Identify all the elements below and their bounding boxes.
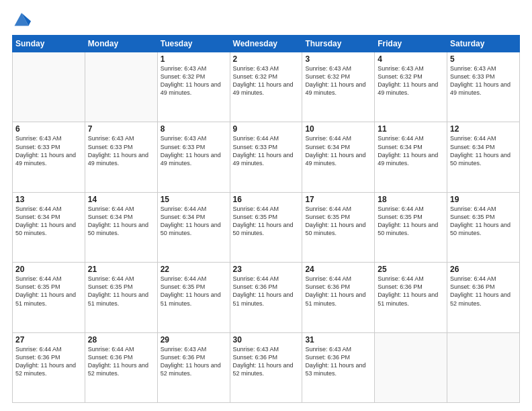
day-number: 28 [88, 335, 154, 345]
day-info: Sunrise: 6:44 AM Sunset: 6:35 PM Dayligh… [233, 205, 300, 238]
calendar-cell: 27Sunrise: 6:44 AM Sunset: 6:36 PM Dayli… [13, 332, 85, 402]
calendar-week-0: 1Sunrise: 6:43 AM Sunset: 6:32 PM Daylig… [13, 52, 520, 122]
calendar-cell: 26Sunrise: 6:44 AM Sunset: 6:36 PM Dayli… [447, 263, 520, 332]
day-number: 25 [378, 265, 444, 274]
calendar-cell: 2Sunrise: 6:43 AM Sunset: 6:32 PM Daylig… [230, 52, 302, 122]
weekday-header-tuesday: Tuesday [157, 36, 230, 52]
day-number: 3 [305, 54, 371, 64]
day-number: 20 [15, 265, 82, 274]
calendar-cell [85, 52, 157, 122]
day-info: Sunrise: 6:44 AM Sunset: 6:34 PM Dayligh… [88, 205, 154, 238]
weekday-header-sunday: Sunday [13, 36, 85, 52]
day-info: Sunrise: 6:43 AM Sunset: 6:33 PM Dayligh… [450, 64, 517, 97]
calendar-header: SundayMondayTuesdayWednesdayThursdayFrid… [13, 36, 520, 52]
day-info: Sunrise: 6:44 AM Sunset: 6:34 PM Dayligh… [15, 205, 82, 238]
day-info: Sunrise: 6:44 AM Sunset: 6:35 PM Dayligh… [450, 205, 517, 238]
calendar-week-1: 6Sunrise: 6:43 AM Sunset: 6:33 PM Daylig… [13, 122, 520, 192]
day-info: Sunrise: 6:44 AM Sunset: 6:36 PM Dayligh… [305, 275, 371, 308]
day-number: 29 [161, 335, 227, 345]
day-number: 26 [450, 265, 517, 274]
calendar-cell [13, 52, 85, 122]
calendar-cell: 28Sunrise: 6:44 AM Sunset: 6:36 PM Dayli… [85, 332, 157, 402]
day-number: 7 [88, 124, 154, 134]
calendar-cell: 5Sunrise: 6:43 AM Sunset: 6:33 PM Daylig… [447, 52, 520, 122]
logo [12, 12, 34, 28]
day-number: 4 [378, 54, 444, 64]
calendar-cell: 24Sunrise: 6:44 AM Sunset: 6:36 PM Dayli… [302, 263, 375, 332]
day-number: 9 [233, 124, 300, 134]
day-number: 11 [378, 124, 444, 134]
calendar-cell: 1Sunrise: 6:43 AM Sunset: 6:32 PM Daylig… [157, 52, 230, 122]
day-number: 18 [378, 195, 444, 204]
day-info: Sunrise: 6:44 AM Sunset: 6:34 PM Dayligh… [305, 134, 371, 167]
day-number: 12 [450, 124, 517, 134]
day-info: Sunrise: 6:44 AM Sunset: 6:34 PM Dayligh… [161, 205, 227, 238]
day-info: Sunrise: 6:44 AM Sunset: 6:34 PM Dayligh… [450, 134, 517, 167]
calendar-cell: 31Sunrise: 6:43 AM Sunset: 6:36 PM Dayli… [302, 332, 375, 402]
calendar-cell: 9Sunrise: 6:44 AM Sunset: 6:33 PM Daylig… [230, 122, 302, 192]
day-number: 27 [15, 335, 82, 345]
day-number: 1 [161, 54, 227, 64]
calendar-cell: 6Sunrise: 6:43 AM Sunset: 6:33 PM Daylig… [13, 122, 85, 192]
day-number: 19 [450, 195, 517, 204]
day-info: Sunrise: 6:44 AM Sunset: 6:35 PM Dayligh… [161, 275, 227, 308]
day-number: 10 [305, 124, 371, 134]
calendar-cell [375, 332, 447, 402]
calendar-cell: 7Sunrise: 6:43 AM Sunset: 6:33 PM Daylig… [85, 122, 157, 192]
day-info: Sunrise: 6:43 AM Sunset: 6:33 PM Dayligh… [15, 134, 82, 167]
day-number: 24 [305, 265, 371, 274]
day-number: 6 [15, 124, 82, 134]
calendar-table: SundayMondayTuesdayWednesdayThursdayFrid… [12, 35, 520, 403]
day-info: Sunrise: 6:44 AM Sunset: 6:35 PM Dayligh… [305, 205, 371, 238]
day-info: Sunrise: 6:44 AM Sunset: 6:35 PM Dayligh… [15, 275, 82, 308]
day-info: Sunrise: 6:44 AM Sunset: 6:34 PM Dayligh… [378, 134, 444, 167]
day-info: Sunrise: 6:43 AM Sunset: 6:36 PM Dayligh… [161, 345, 227, 378]
calendar-cell: 19Sunrise: 6:44 AM Sunset: 6:35 PM Dayli… [447, 192, 520, 262]
day-info: Sunrise: 6:43 AM Sunset: 6:33 PM Dayligh… [161, 134, 227, 167]
calendar-week-4: 27Sunrise: 6:44 AM Sunset: 6:36 PM Dayli… [13, 332, 520, 402]
calendar-cell: 11Sunrise: 6:44 AM Sunset: 6:34 PM Dayli… [375, 122, 447, 192]
calendar-cell: 12Sunrise: 6:44 AM Sunset: 6:34 PM Dayli… [447, 122, 520, 192]
weekday-header-friday: Friday [375, 36, 447, 52]
day-info: Sunrise: 6:44 AM Sunset: 6:36 PM Dayligh… [15, 345, 82, 378]
day-number: 5 [450, 54, 517, 64]
day-info: Sunrise: 6:44 AM Sunset: 6:36 PM Dayligh… [378, 275, 444, 308]
calendar-cell: 15Sunrise: 6:44 AM Sunset: 6:34 PM Dayli… [157, 192, 230, 262]
calendar-cell: 18Sunrise: 6:44 AM Sunset: 6:35 PM Dayli… [375, 192, 447, 262]
day-number: 21 [88, 265, 154, 274]
day-info: Sunrise: 6:43 AM Sunset: 6:32 PM Dayligh… [378, 64, 444, 97]
day-number: 16 [233, 195, 300, 204]
calendar-cell: 10Sunrise: 6:44 AM Sunset: 6:34 PM Dayli… [302, 122, 375, 192]
header [12, 12, 520, 28]
weekday-header-thursday: Thursday [302, 36, 375, 52]
logo-icon [12, 9, 31, 28]
day-number: 31 [305, 335, 371, 345]
day-number: 8 [161, 124, 227, 134]
calendar-cell: 16Sunrise: 6:44 AM Sunset: 6:35 PM Dayli… [230, 192, 302, 262]
calendar-week-3: 20Sunrise: 6:44 AM Sunset: 6:35 PM Dayli… [13, 263, 520, 332]
day-info: Sunrise: 6:44 AM Sunset: 6:36 PM Dayligh… [450, 275, 517, 308]
day-info: Sunrise: 6:44 AM Sunset: 6:36 PM Dayligh… [88, 345, 154, 378]
day-number: 2 [233, 54, 300, 64]
day-number: 15 [161, 195, 227, 204]
calendar-cell: 4Sunrise: 6:43 AM Sunset: 6:32 PM Daylig… [375, 52, 447, 122]
calendar-cell [447, 332, 520, 402]
calendar-cell: 21Sunrise: 6:44 AM Sunset: 6:35 PM Dayli… [85, 263, 157, 332]
weekday-header-wednesday: Wednesday [230, 36, 302, 52]
day-info: Sunrise: 6:44 AM Sunset: 6:35 PM Dayligh… [378, 205, 444, 238]
weekday-header-monday: Monday [85, 36, 157, 52]
calendar-week-2: 13Sunrise: 6:44 AM Sunset: 6:34 PM Dayli… [13, 192, 520, 262]
day-number: 17 [305, 195, 371, 204]
calendar-cell: 13Sunrise: 6:44 AM Sunset: 6:34 PM Dayli… [13, 192, 85, 262]
day-info: Sunrise: 6:43 AM Sunset: 6:36 PM Dayligh… [305, 345, 371, 378]
weekday-header-row: SundayMondayTuesdayWednesdayThursdayFrid… [13, 36, 520, 52]
day-number: 22 [161, 265, 227, 274]
day-number: 13 [15, 195, 82, 204]
calendar-cell: 30Sunrise: 6:43 AM Sunset: 6:36 PM Dayli… [230, 332, 302, 402]
weekday-header-saturday: Saturday [447, 36, 520, 52]
calendar-cell: 17Sunrise: 6:44 AM Sunset: 6:35 PM Dayli… [302, 192, 375, 262]
calendar-body: 1Sunrise: 6:43 AM Sunset: 6:32 PM Daylig… [13, 52, 520, 403]
day-info: Sunrise: 6:43 AM Sunset: 6:36 PM Dayligh… [233, 345, 300, 378]
day-info: Sunrise: 6:43 AM Sunset: 6:33 PM Dayligh… [88, 134, 154, 167]
day-info: Sunrise: 6:44 AM Sunset: 6:33 PM Dayligh… [233, 134, 300, 167]
